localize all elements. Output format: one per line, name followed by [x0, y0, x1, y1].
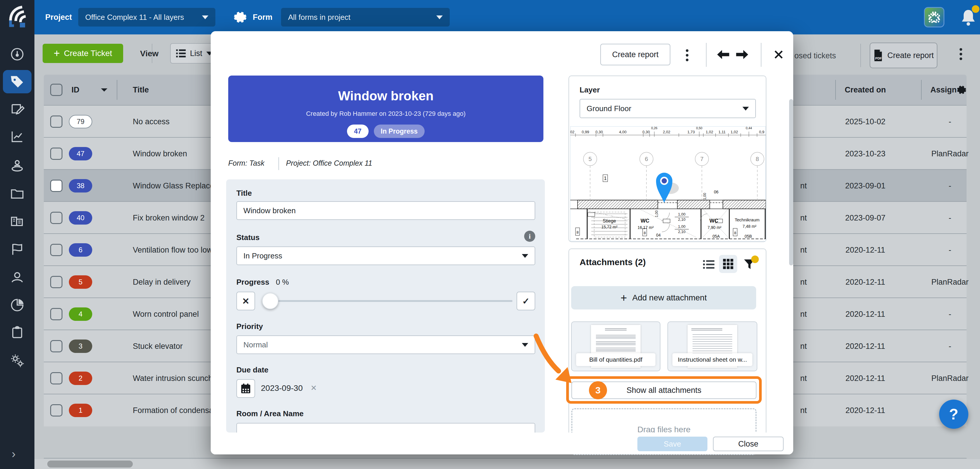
- sidebar-item-reports[interactable]: [3, 293, 32, 317]
- progress-cancel-button[interactable]: ✕: [236, 292, 255, 311]
- horizontal-scrollbar-thumb[interactable]: [47, 461, 133, 467]
- title-input[interactable]: Window broken: [236, 201, 535, 220]
- row-checkbox[interactable]: [50, 212, 62, 224]
- attachments-list-view-icon[interactable]: [703, 259, 714, 270]
- row-checkbox[interactable]: [50, 308, 62, 320]
- list-more-menu[interactable]: [959, 46, 962, 62]
- ticket-title: Formation of condensate i: [133, 395, 224, 426]
- sidebar-item-settings[interactable]: [3, 349, 32, 372]
- horizontal-scrollbar[interactable]: [35, 459, 980, 469]
- attachments-card: Attachments (2) + Add new attachment: [568, 249, 766, 455]
- sidebar-expand-chevron-icon[interactable]: ›: [12, 447, 16, 461]
- close-icon[interactable]: [773, 49, 784, 61]
- assign-value: -: [922, 106, 978, 138]
- row-checkbox[interactable]: [50, 340, 62, 352]
- previous-ticket-arrow[interactable]: [717, 49, 729, 61]
- sidebar-item-site-persons[interactable]: [3, 154, 32, 177]
- sidebar-item-tickets[interactable]: [3, 70, 32, 93]
- status-field-label: Status: [236, 233, 259, 242]
- row-checkbox[interactable]: [50, 147, 62, 160]
- create-report-button-list[interactable]: PDF Create report: [870, 43, 937, 68]
- progress-confirm-button[interactable]: ✓: [517, 292, 535, 311]
- sidebar-item-projects[interactable]: [3, 209, 32, 233]
- col-created-on[interactable]: Created on: [821, 74, 909, 105]
- next-ticket-arrow[interactable]: [736, 49, 748, 61]
- attachment-thumbnail[interactable]: Instructional sheet on w...: [667, 322, 757, 371]
- attachment-thumbnail[interactable]: Bill of quantities.pdf: [571, 322, 660, 371]
- select-all-checkbox[interactable]: [50, 84, 62, 96]
- progress-slider-track[interactable]: [262, 300, 512, 302]
- closed-tickets-label[interactable]: osed tickets: [794, 51, 836, 60]
- calendar-icon[interactable]: [236, 379, 255, 398]
- sidebar-item-tasks[interactable]: [3, 321, 32, 344]
- notifications-bell-icon[interactable]: [960, 8, 977, 27]
- floor-plan[interactable]: 02 0,99 0,30 4,00 0,30 2,02 1,73 1,02 1,…: [570, 126, 766, 241]
- row-checkbox[interactable]: [50, 372, 62, 384]
- svg-text:6: 6: [645, 156, 648, 162]
- svg-text:0,26: 0,26: [651, 126, 657, 130]
- chevron-down-icon: [202, 16, 208, 19]
- svg-text:1,02: 1,02: [730, 130, 738, 134]
- row-checkbox[interactable]: [50, 116, 62, 128]
- layer-select[interactable]: Ground Floor: [580, 99, 756, 118]
- modal-more-menu[interactable]: [686, 47, 689, 63]
- due-date-value[interactable]: 2023-09-30: [261, 383, 303, 393]
- sort-icon[interactable]: [101, 89, 107, 92]
- form-select[interactable]: All forms in project: [281, 8, 450, 27]
- status-select[interactable]: In Progress: [236, 246, 535, 265]
- sidebar-item-contacts[interactable]: [3, 265, 32, 289]
- apps-icon[interactable]: [924, 7, 944, 27]
- svg-text:1,00: 1,00: [703, 193, 707, 200]
- created-on-value: 2020-12-11: [821, 234, 909, 266]
- assign-value: -: [922, 202, 978, 234]
- row-checkbox[interactable]: [50, 404, 62, 417]
- created-on-value: 2023-10-23: [821, 138, 909, 170]
- buildings-icon: [10, 214, 25, 229]
- sidebar-item-dashboard[interactable]: [3, 43, 32, 66]
- layer-card: Layer Ground Floor: [568, 76, 766, 242]
- info-icon[interactable]: i: [524, 231, 535, 242]
- row-checkbox[interactable]: [50, 244, 62, 256]
- svg-text:2,10: 2,10: [678, 230, 685, 234]
- row-checkbox[interactable]: [50, 180, 62, 192]
- sidebar-item-forms[interactable]: [3, 97, 32, 121]
- ticket-card: Window broken Created by Rob Hammer on 2…: [228, 76, 543, 142]
- assign-value: -: [922, 234, 978, 266]
- ticket-id-badge: 6: [69, 243, 92, 257]
- sidebar-item-statistics[interactable]: [3, 125, 32, 148]
- add-attachment-button[interactable]: + Add new attachment: [571, 286, 756, 309]
- ticket-title: Window broken: [228, 76, 543, 102]
- planradar-logo[interactable]: [4, 5, 30, 30]
- save-button[interactable]: Save: [637, 437, 708, 451]
- column-settings-gear-icon[interactable]: [957, 74, 967, 105]
- create-ticket-button[interactable]: + Create Ticket: [43, 44, 123, 63]
- filter-active-dot: [751, 255, 759, 263]
- priority-select[interactable]: Normal: [236, 336, 535, 354]
- close-button[interactable]: Close: [713, 437, 784, 451]
- col-id[interactable]: ID: [72, 74, 80, 105]
- create-report-button-modal[interactable]: Create report: [600, 44, 670, 65]
- col-assign[interactable]: Assign: [931, 74, 957, 105]
- ticket-title: Window broken: [133, 138, 187, 170]
- sidebar-item-documents[interactable]: [3, 182, 32, 205]
- sidebar-item-flags[interactable]: [3, 238, 32, 261]
- col-title[interactable]: Title: [133, 74, 149, 105]
- due-date-clear-icon[interactable]: ✕: [310, 383, 317, 393]
- folder-icon: [10, 186, 25, 201]
- svg-text:4,00: 4,00: [619, 130, 626, 134]
- attachments-filter-icon[interactable]: [743, 258, 756, 272]
- help-button[interactable]: ?: [939, 399, 968, 429]
- progress-slider-thumb[interactable]: [262, 293, 278, 309]
- svg-text:7,90 m²: 7,90 m²: [708, 225, 721, 230]
- svg-text:7,48 m²: 7,48 m²: [743, 224, 756, 229]
- person-icon: [10, 269, 25, 285]
- modal-scrollbar-thumb[interactable]: [789, 99, 793, 265]
- svg-text:1,02: 1,02: [706, 130, 713, 134]
- title-field-label: Title: [236, 189, 252, 198]
- assign-value: -: [922, 298, 978, 330]
- progress-field-label: Progress 0 %: [236, 278, 289, 287]
- attachments-grid-view-icon[interactable]: [719, 255, 737, 273]
- project-select[interactable]: Office Complex 11 - All layers: [78, 8, 215, 27]
- row-checkbox[interactable]: [50, 276, 62, 288]
- project-settings-gear-icon[interactable]: [232, 10, 247, 26]
